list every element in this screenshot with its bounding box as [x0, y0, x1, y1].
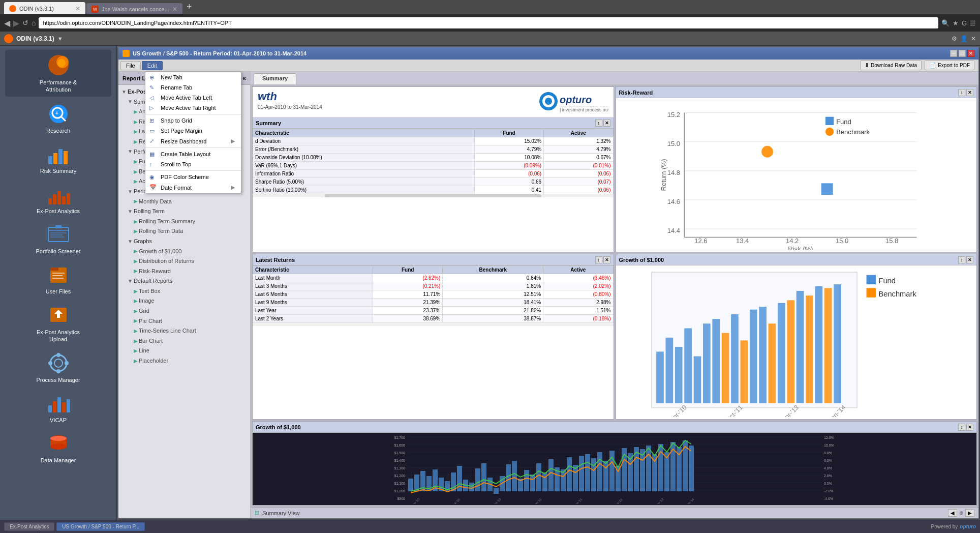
- sidebar-item-risk[interactable]: Risk Summary: [5, 139, 112, 177]
- refresh-btn[interactable]: ↺: [22, 19, 28, 27]
- left-sidebar: Performance &Attribution + Research: [0, 46, 117, 520]
- tab-close-btn[interactable]: ✕: [75, 5, 80, 12]
- sidebar-item-upload[interactable]: Ex-Post AnalyticsUpload: [5, 300, 112, 346]
- page-nav-right[interactable]: ▶: [965, 509, 974, 517]
- tree-item-dist[interactable]: ▶ Distribution of Returns: [119, 256, 249, 266]
- svg-rect-172: [646, 446, 651, 491]
- sidebar-item-research[interactable]: + Research: [5, 99, 112, 137]
- gs-close-btn[interactable]: ✕: [966, 256, 973, 263]
- rr-expand-btn[interactable]: ↕: [958, 89, 965, 96]
- svg-rect-17: [48, 230, 69, 231]
- svg-text:4.0%: 4.0%: [824, 466, 832, 470]
- tree-item-barchart[interactable]: ▶ Bar Chart: [119, 336, 249, 346]
- svg-rect-23: [50, 268, 58, 271]
- page-nav-left[interactable]: ◀: [948, 509, 957, 517]
- download-icon: ⬇: [865, 62, 869, 69]
- svg-point-31: [56, 353, 60, 357]
- menu-resize-dashboard[interactable]: ⤢ Resize Dashboard ▶: [145, 136, 241, 146]
- ext-icon-1[interactable]: G: [962, 19, 967, 27]
- sidebar-item-perf[interactable]: Performance &Attribution: [5, 50, 112, 97]
- edit-menu[interactable]: Edit: [142, 61, 163, 70]
- tree-item-default[interactable]: ▼ Default Reports: [119, 276, 249, 286]
- svg-text:Risk (%): Risk (%): [788, 245, 813, 250]
- svg-rect-93: [759, 307, 767, 403]
- lr-close-btn[interactable]: ✕: [603, 256, 610, 263]
- tree-item-rolling-data[interactable]: ▶ Rolling Term Data: [119, 226, 249, 236]
- sidebar-data-label: Data Manager: [41, 457, 76, 463]
- tree-item-placeholder[interactable]: ▶ Placeholder: [119, 356, 249, 366]
- sidebar-item-expost[interactable]: Ex-Post Analytics: [5, 179, 112, 217]
- menu-snap-grid[interactable]: ⊞ Snap to Grid: [145, 115, 241, 126]
- svg-rect-144: [475, 468, 480, 491]
- back-btn[interactable]: ◀: [4, 18, 10, 28]
- sidebar-process-label: Process Manager: [36, 377, 80, 383]
- status-tab-expost[interactable]: Ex-Post Analytics: [4, 522, 54, 531]
- gs-expand-btn[interactable]: ↕: [958, 256, 965, 263]
- inner-layout: Report List « ▼ Ex-Post Performance Anal…: [118, 72, 978, 518]
- app-close-icon[interactable]: ✕: [971, 35, 976, 42]
- summary-expand-btn[interactable]: ↕: [595, 120, 602, 127]
- app-user-icon[interactable]: 👤: [960, 35, 968, 42]
- collapse-btn[interactable]: «: [242, 75, 246, 82]
- sidebar-item-portfolio[interactable]: Portfolio Screener: [5, 219, 112, 257]
- tab-bar: ODIN (v3.3.1) ✕ W Joe Walsh cancels conc…: [0, 0, 980, 14]
- lr-expand-btn[interactable]: ↕: [595, 256, 602, 263]
- tree-item-riskrew[interactable]: ▶ Risk-Reward: [119, 266, 249, 277]
- tree-item-pie[interactable]: ▶ Pie Chart: [119, 316, 249, 327]
- gl-expand-btn[interactable]: ↕: [958, 424, 965, 431]
- tree-item-textbox[interactable]: ▶ Text Box: [119, 286, 249, 297]
- sidebar-item-userfiles[interactable]: User Files: [5, 259, 112, 298]
- tree-item-image[interactable]: ▶ Image: [119, 296, 249, 306]
- menu-new-tab[interactable]: ⊕ New Tab: [145, 72, 241, 82]
- download-btn[interactable]: ⬇ Download Raw Data: [860, 61, 922, 70]
- app-settings-icon[interactable]: ⚙: [952, 35, 957, 42]
- svg-rect-13: [57, 191, 61, 204]
- menu-scroll-top[interactable]: ↑ Scroll to Top: [145, 159, 241, 169]
- tree-item-grid[interactable]: ▶ Grid: [119, 306, 249, 316]
- tree-item-monthly[interactable]: ▶ Monthly Data: [119, 197, 249, 207]
- file-menu[interactable]: File: [120, 61, 141, 70]
- svg-rect-90: [731, 314, 739, 403]
- tab-close-btn2[interactable]: ✕: [172, 6, 177, 13]
- menu-date-format[interactable]: 📅 Date Format ▶: [145, 182, 241, 193]
- tree-item-graphs[interactable]: ▼ Graphs: [119, 236, 249, 247]
- svg-rect-82: [656, 351, 664, 403]
- app-dropdown-btn[interactable]: ▼: [57, 36, 63, 42]
- forward-btn[interactable]: ▶: [13, 18, 19, 28]
- tree-item-timeseries[interactable]: ▶ Time-Series Line Chart: [119, 326, 249, 336]
- menu-table-layout[interactable]: ▦ Create Table Layout: [145, 149, 241, 159]
- sidebar-item-data[interactable]: Data Manager: [5, 428, 112, 466]
- tree-item-growth[interactable]: ▶ Growth of $1,000: [119, 247, 249, 257]
- address-input[interactable]: [39, 17, 938, 28]
- browser-tab-walsh[interactable]: W Joe Walsh cancels conce... ✕: [86, 3, 182, 14]
- sidebar-item-process[interactable]: Process Manager: [5, 348, 112, 386]
- new-tab-btn[interactable]: +: [183, 2, 195, 12]
- svg-rect-9: [58, 149, 63, 164]
- tree-item-rolling-sum[interactable]: ▶ Rolling Term Summary: [119, 217, 249, 227]
- menu-move-left[interactable]: ◁ Move Active Tab Left: [145, 93, 241, 103]
- summary-tab[interactable]: Summary: [254, 73, 296, 84]
- svg-rect-152: [524, 470, 529, 491]
- ext-icon-2[interactable]: ☰: [970, 19, 976, 27]
- browser-tab-odin[interactable]: ODIN (v3.3.1) ✕: [4, 2, 85, 14]
- gl-close-btn[interactable]: ✕: [966, 424, 973, 431]
- summary-close-btn[interactable]: ✕: [603, 120, 610, 127]
- menu-move-right[interactable]: ▷ Move Active Tab Right: [145, 103, 241, 113]
- menu-rename-tab[interactable]: ✎ Rename Tab: [145, 82, 241, 93]
- rr-close-btn[interactable]: ✕: [966, 89, 973, 96]
- export-btn[interactable]: 📄 Export to PDF: [925, 61, 974, 70]
- menu-page-margin[interactable]: ▭ Set Page Margin: [145, 126, 241, 136]
- sidebar-item-vicap[interactable]: VICAP: [5, 388, 112, 426]
- home-btn[interactable]: ⌂: [32, 19, 36, 27]
- svg-text:14.2: 14.2: [785, 237, 798, 245]
- latest-returns-panel: Latest Returns ↕ ✕ Ch: [252, 254, 614, 420]
- window-max-btn[interactable]: □: [959, 50, 966, 57]
- window-min-btn[interactable]: ─: [950, 50, 957, 57]
- menu-pdf-color[interactable]: ◉ PDF Color Scheme: [145, 172, 241, 182]
- window-close-btn[interactable]: ✕: [967, 50, 974, 57]
- status-tab-usgrowth[interactable]: US Growth / S&P 500 - Return P...: [56, 522, 145, 531]
- svg-text:Fund: Fund: [878, 277, 895, 285]
- svg-rect-161: [579, 456, 584, 491]
- tree-item-rolling[interactable]: ▼ Rolling Term: [119, 206, 249, 217]
- tree-item-line[interactable]: ▶ Line: [119, 346, 249, 356]
